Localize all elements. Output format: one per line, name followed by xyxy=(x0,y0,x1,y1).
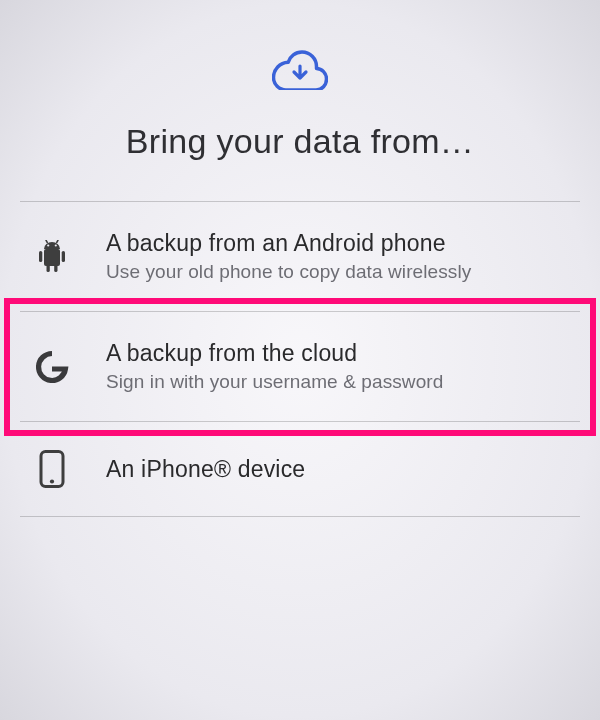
option-text: A backup from the cloud Sign in with you… xyxy=(106,340,443,393)
option-subtitle: Use your old phone to copy data wireless… xyxy=(106,261,471,283)
svg-rect-7 xyxy=(45,240,48,244)
svg-rect-2 xyxy=(62,251,65,262)
option-iphone-device[interactable]: An iPhone® device xyxy=(20,422,580,517)
option-android-backup[interactable]: A backup from an Android phone Use your … xyxy=(20,202,580,312)
svg-rect-0 xyxy=(44,249,60,266)
option-cloud-backup[interactable]: A backup from the cloud Sign in with you… xyxy=(20,312,580,422)
option-text: An iPhone® device xyxy=(106,456,305,483)
svg-rect-4 xyxy=(54,265,57,272)
options-list: A backup from an Android phone Use your … xyxy=(20,201,580,517)
option-title: A backup from an Android phone xyxy=(106,230,471,257)
option-text: A backup from an Android phone Use your … xyxy=(106,230,471,283)
page-title: Bring your data from… xyxy=(20,122,580,161)
svg-rect-3 xyxy=(47,265,50,272)
google-g-icon xyxy=(26,350,78,384)
option-subtitle: Sign in with your username & password xyxy=(106,371,443,393)
svg-point-10 xyxy=(50,479,54,483)
header: Bring your data from… xyxy=(20,50,580,161)
option-title: A backup from the cloud xyxy=(106,340,443,367)
option-title: An iPhone® device xyxy=(106,456,305,483)
android-icon xyxy=(26,240,78,274)
phone-icon xyxy=(26,450,78,488)
svg-rect-1 xyxy=(39,251,42,262)
setup-screen: Bring your data from… xyxy=(0,0,600,720)
svg-rect-8 xyxy=(56,240,59,244)
svg-point-6 xyxy=(55,244,57,246)
svg-point-5 xyxy=(47,244,49,246)
cloud-download-icon xyxy=(272,50,328,94)
